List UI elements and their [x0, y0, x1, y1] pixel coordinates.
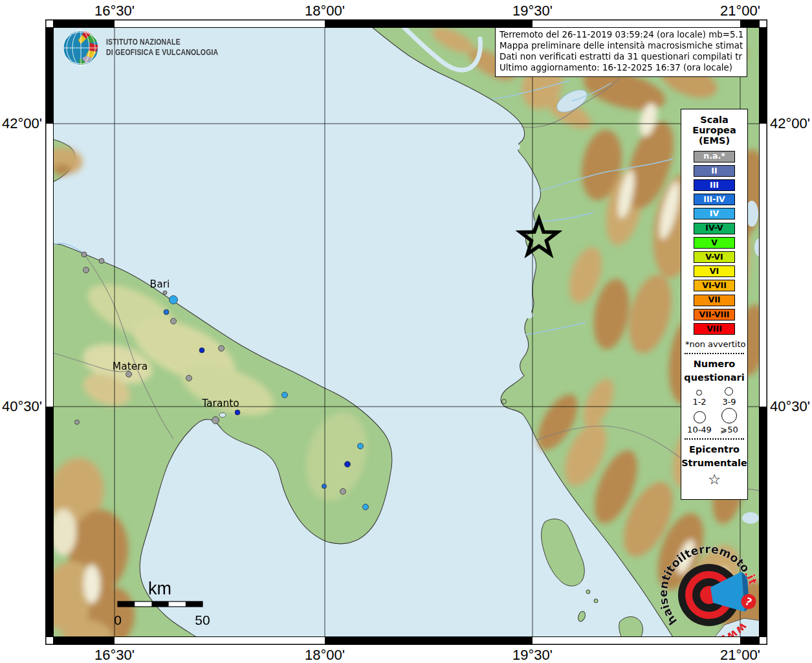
axis-tick-right-2: 40°30' — [770, 398, 810, 415]
svg-text:50: 50 — [195, 612, 210, 627]
info-line-updated: Ultimo aggiornamento: 16-12-2025 16:37 (… — [499, 63, 743, 74]
size-circle-4 — [721, 408, 737, 423]
legend-footnote: *non avvertito — [681, 339, 746, 349]
intensity-point-na — [340, 489, 346, 495]
info-line-map: Mappa preliminare delle intensità macros… — [499, 41, 743, 52]
axis-tick-bottom-3: 19°30' — [512, 647, 553, 663]
intensity-point-III — [235, 410, 240, 415]
axis-tick-top-1: 16°30' — [94, 3, 135, 19]
size-label-3: 10-49 — [687, 425, 712, 434]
legend-divider — [685, 438, 744, 440]
info-line-data: Dati non verificati estratti da 31 quest… — [499, 52, 743, 63]
size-circle-1 — [696, 390, 702, 396]
intensity-point-IV — [363, 504, 369, 510]
legend-swatch-VI-VII: VI-VII — [694, 280, 735, 291]
mar-piccolo — [219, 413, 226, 418]
legend-divider — [685, 353, 744, 354]
islet — [586, 590, 590, 594]
epicenter-key-title: Epicentro Strumentale — [681, 443, 747, 470]
city-label-bari: Bari — [150, 278, 170, 290]
legend-swatch-IV-V: IV-V — [694, 223, 735, 234]
axis-tick-top-4: 21°00' — [720, 3, 760, 19]
legend-swatch-VII: VII — [694, 295, 735, 306]
axis-tick-top-2: 18°00' — [305, 3, 345, 19]
axis-tick-bottom-1: 16°30' — [94, 647, 135, 663]
legend-swatch-II: II — [694, 165, 735, 177]
earthquake-info-box: Terremoto del 26-11-2019 03:59:24 (ora l… — [495, 27, 747, 77]
intensity-point-IV — [358, 444, 364, 449]
axis-tick-left-2: 40°30' — [2, 398, 42, 415]
intensity-point-na — [83, 267, 89, 273]
intensity-point-IV — [170, 296, 178, 304]
intensity-point-III-IV — [164, 309, 169, 315]
axis-tick-left-1: 42°00' — [2, 115, 42, 132]
svg-text:km: km — [148, 579, 171, 598]
legend-panel: Scala Europea (EMS) n.a.*IIIIIIII-IVIVIV… — [681, 109, 748, 500]
intensity-point-na — [186, 376, 192, 381]
city-label-matera: Matera — [113, 361, 148, 372]
intensity-point-na — [219, 346, 225, 352]
ingv-globe-icon — [62, 29, 100, 67]
legend-swatch-VII-VIII: VII-VIII — [694, 309, 735, 320]
intensity-point-IV — [282, 392, 288, 398]
questionnaire-size-key: 1-2 3-9 10-49 ⩾50 — [685, 387, 744, 434]
info-line-event: Terremoto del 26-11-2019 03:59:24 (ora l… — [499, 30, 743, 41]
map-page: 16°30' 18°00' 19°30' 21°00' 16°30' 18°00… — [0, 0, 812, 663]
size-label-1: 1-2 — [692, 397, 706, 407]
intensity-point-III-IV — [322, 484, 327, 489]
map-canvas: BariMateraTaranto km 0 50 — [45, 19, 767, 645]
intensity-point-na — [75, 420, 80, 425]
legend-swatch-V-VI: V-VI — [694, 251, 735, 263]
axis-tick-top-3: 19°30' — [512, 3, 553, 19]
legend-swatches: n.a.*IIIIIIII-IVIVIV-VVV-VIVIVI-VIIVIIVI… — [694, 151, 735, 335]
lagoon — [511, 144, 520, 150]
size-circle-3 — [694, 411, 706, 423]
legend-swatch-V: V — [694, 237, 735, 249]
legend-swatch-n.a.*: n.a.* — [694, 151, 735, 163]
size-circle-2 — [725, 387, 733, 396]
legend-swatch-III: III — [694, 179, 735, 191]
epicenter-star-icon: ☆ — [708, 473, 721, 487]
legend-swatch-VIII: VIII — [694, 323, 735, 335]
size-label-2: 3-9 — [722, 397, 736, 407]
ingv-logo: ISTITUTO NAZIONALE DI GEOFISICA E VULCAN… — [62, 29, 239, 67]
legend-swatch-VI: VI — [694, 265, 735, 277]
ingv-logo-text: ISTITUTO NAZIONALE DI GEOFISICA E VULCAN… — [106, 38, 218, 58]
intensity-point-na — [163, 291, 167, 295]
size-label-4: ⩾50 — [720, 425, 738, 434]
islet-sazan — [502, 399, 507, 404]
legend-title: Scala Europea (EMS) — [692, 115, 736, 146]
axis-tick-bottom-2: 18°00' — [305, 647, 345, 663]
intensity-point-na — [171, 319, 177, 324]
islet — [594, 599, 598, 603]
intensity-point-III — [199, 348, 204, 353]
intensity-point-III — [345, 462, 351, 467]
axis-tick-bottom-4: 21°00' — [720, 647, 760, 663]
intensity-point-na — [212, 417, 219, 424]
city-label-taranto: Taranto — [201, 398, 239, 409]
legend-swatch-III-IV: III-IV — [694, 194, 735, 205]
svg-text:0: 0 — [114, 612, 122, 627]
intensity-point-na — [99, 258, 104, 264]
intensity-point-na — [82, 252, 87, 257]
axis-tick-right-1: 42°00' — [770, 115, 810, 132]
lake — [742, 512, 759, 524]
questionnaire-count-title: Numero questionari — [684, 357, 744, 385]
legend-swatch-IV: IV — [694, 208, 735, 219]
